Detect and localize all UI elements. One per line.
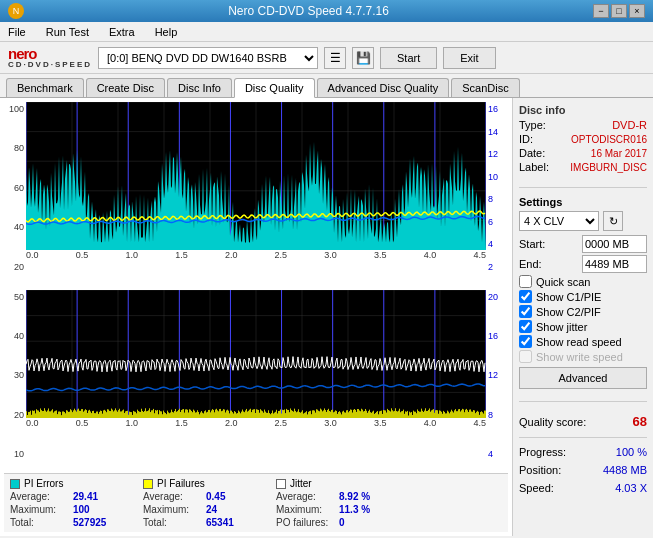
jitter-color <box>276 479 286 489</box>
divider-2 <box>519 401 647 402</box>
jitter-max-label: Maximum: <box>276 504 331 515</box>
show-c2pif-checkbox[interactable] <box>519 305 532 318</box>
eject-icon-button[interactable]: ☰ <box>324 47 346 69</box>
disc-id-label: ID: <box>519 133 533 145</box>
end-label: End: <box>519 258 542 270</box>
pi-failures-total-label: Total: <box>143 517 198 528</box>
window-title: Nero CD-DVD Speed 4.7.7.16 <box>24 4 593 18</box>
show-c2pif-label: Show C2/PIF <box>536 306 601 318</box>
pi-errors-avg-value: 29.41 <box>73 491 123 502</box>
jitter-avg-label: Average: <box>276 491 331 502</box>
stat-group-pi-failures: PI Failures Average: 0.45 Maximum: 24 To… <box>143 478 256 528</box>
x-axis-bottom: 0.0 0.5 1.0 1.5 2.0 2.5 3.0 3.5 4.0 4.5 <box>26 418 486 428</box>
tab-disc-quality[interactable]: Disc Quality <box>234 78 315 98</box>
pi-failures-avg-value: 0.45 <box>206 491 256 502</box>
jitter-po-label: PO failures: <box>276 517 331 528</box>
tab-bar: Benchmark Create Disc Disc Info Disc Qua… <box>0 74 653 98</box>
disc-date-label: Date: <box>519 147 545 159</box>
show-read-speed-label: Show read speed <box>536 336 622 348</box>
show-jitter-label: Show jitter <box>536 321 587 333</box>
pi-failures-max-value: 24 <box>206 504 256 515</box>
pi-errors-color <box>10 479 20 489</box>
jitter-label: Jitter <box>290 478 312 489</box>
menu-file[interactable]: File <box>4 25 30 39</box>
pi-failures-label: PI Failures <box>157 478 205 489</box>
y-axis-left-bottom: 50 40 30 20 10 <box>4 290 26 474</box>
advanced-button[interactable]: Advanced <box>519 367 647 389</box>
quick-scan-label: Quick scan <box>536 276 590 288</box>
disc-label-label: Label: <box>519 161 549 173</box>
speed-select[interactable]: 4 X CLV <box>519 211 599 231</box>
maximize-button[interactable]: □ <box>611 4 627 18</box>
position-value: 4488 MB <box>603 464 647 476</box>
stats-area: PI Errors Average: 29.41 Maximum: 100 To… <box>4 473 508 532</box>
show-c1pie-label: Show C1/PIE <box>536 291 601 303</box>
x-axis-top: 0.0 0.5 1.0 1.5 2.0 2.5 3.0 3.5 4.0 4.5 <box>26 250 486 260</box>
chart-area: 100 80 60 40 20 0.0 0.5 1.0 1.5 2.0 2 <box>0 98 512 536</box>
settings-section: Settings 4 X CLV ↻ Start: End: Quick sca… <box>519 196 647 389</box>
quality-score-label: Quality score: <box>519 416 586 428</box>
start-input[interactable] <box>582 235 647 253</box>
speed-label: Speed: <box>519 482 554 494</box>
pi-errors-max-value: 100 <box>73 504 123 515</box>
y-axis-right-top: 16 14 12 10 8 6 4 2 <box>486 102 508 286</box>
progress-label: Progress: <box>519 446 566 458</box>
refresh-button[interactable]: ↻ <box>603 211 623 231</box>
jitter-avg-value: 8.92 % <box>339 491 389 502</box>
tab-scan-disc[interactable]: ScanDisc <box>451 78 519 97</box>
title-bar: N Nero CD-DVD Speed 4.7.7.16 − □ × <box>0 0 653 22</box>
tab-advanced-disc-quality[interactable]: Advanced Disc Quality <box>317 78 450 97</box>
pi-errors-total-label: Total: <box>10 517 65 528</box>
speed-value: 4.03 X <box>615 482 647 494</box>
disc-id-value: OPTODISCR016 <box>571 134 647 145</box>
tab-disc-info[interactable]: Disc Info <box>167 78 232 97</box>
tab-benchmark[interactable]: Benchmark <box>6 78 84 97</box>
disc-date-value: 16 Mar 2017 <box>591 148 647 159</box>
settings-title: Settings <box>519 196 647 208</box>
divider-1 <box>519 187 647 188</box>
pi-errors-total-value: 527925 <box>73 517 123 528</box>
right-panel: Disc info Type: DVD-R ID: OPTODISCR016 D… <box>512 98 653 536</box>
disc-type-label: Type: <box>519 119 546 131</box>
progress-value: 100 % <box>616 446 647 458</box>
save-icon-button[interactable]: 💾 <box>352 47 374 69</box>
stat-group-jitter: Jitter Average: 8.92 % Maximum: 11.3 % P… <box>276 478 389 528</box>
stat-group-pi-errors: PI Errors Average: 29.41 Maximum: 100 To… <box>10 478 123 528</box>
start-button[interactable]: Start <box>380 47 437 69</box>
menu-bar: File Run Test Extra Help <box>0 22 653 42</box>
disc-label-value: IMGBURN_DISC <box>570 162 647 173</box>
pi-failures-color <box>143 479 153 489</box>
minimize-button[interactable]: − <box>593 4 609 18</box>
show-write-speed-checkbox[interactable] <box>519 350 532 363</box>
show-c1pie-checkbox[interactable] <box>519 290 532 303</box>
tab-create-disc[interactable]: Create Disc <box>86 78 165 97</box>
window-controls: − □ × <box>593 4 645 18</box>
quality-score-value: 68 <box>633 414 647 429</box>
disc-type-value: DVD-R <box>612 119 647 131</box>
divider-3 <box>519 437 647 438</box>
show-jitter-checkbox[interactable] <box>519 320 532 333</box>
end-input[interactable] <box>582 255 647 273</box>
pi-failures-total-value: 65341 <box>206 517 256 528</box>
show-write-speed-label: Show write speed <box>536 351 623 363</box>
jitter-po-value: 0 <box>339 517 389 528</box>
pi-errors-label: PI Errors <box>24 478 63 489</box>
top-chart-canvas <box>26 102 486 250</box>
pi-failures-max-label: Maximum: <box>143 504 198 515</box>
pi-failures-avg-label: Average: <box>143 491 198 502</box>
quick-scan-checkbox[interactable] <box>519 275 532 288</box>
menu-help[interactable]: Help <box>151 25 182 39</box>
disc-info-section: Disc info Type: DVD-R ID: OPTODISCR016 D… <box>519 104 647 175</box>
menu-run-test[interactable]: Run Test <box>42 25 93 39</box>
start-label: Start: <box>519 238 545 250</box>
close-window-button[interactable]: × <box>629 4 645 18</box>
show-read-speed-checkbox[interactable] <box>519 335 532 348</box>
exit-button[interactable]: Exit <box>443 47 495 69</box>
y-axis-right-bottom: 20 16 12 8 4 <box>486 290 508 474</box>
jitter-max-value: 11.3 % <box>339 504 389 515</box>
drive-selector[interactable]: [0:0] BENQ DVD DD DW1640 BSRB <box>98 47 318 69</box>
bottom-chart-canvas <box>26 290 486 418</box>
menu-extra[interactable]: Extra <box>105 25 139 39</box>
app-logo: nero CD·DVD·SPEED <box>8 46 92 69</box>
disc-info-title: Disc info <box>519 104 647 116</box>
